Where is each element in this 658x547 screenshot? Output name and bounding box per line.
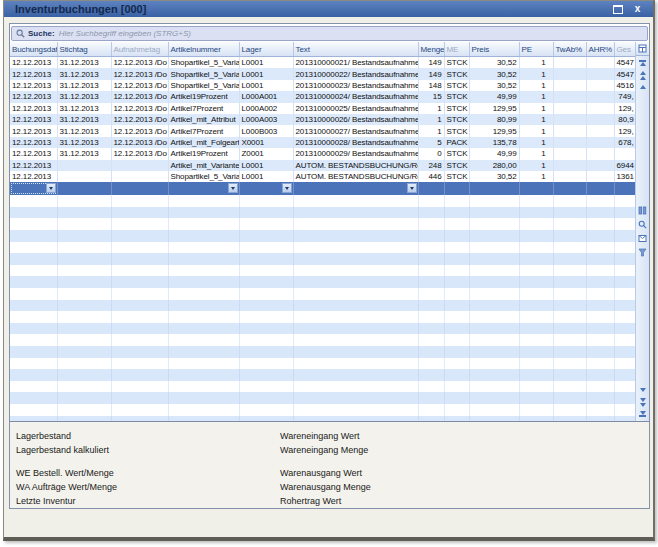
- cell-ahr[interactable]: [586, 171, 614, 182]
- cell-me[interactable]: STCK: [444, 80, 469, 91]
- cell-preis[interactable]: 30,52: [469, 80, 519, 91]
- cell-preis[interactable]: 80,99: [469, 114, 519, 125]
- restore-button[interactable]: [611, 3, 624, 15]
- cell-ges[interactable]: 4547: [614, 57, 635, 69]
- cell-text[interactable]: 201310000028/ Bestandsaufnahme I: [293, 137, 418, 148]
- cell-twab[interactable]: [553, 148, 586, 159]
- cell-menge[interactable]: 1: [418, 114, 444, 125]
- column-header-ahr[interactable]: AHR%: [586, 42, 614, 57]
- cell-lager[interactable]: X0001: [239, 137, 293, 148]
- cell-twab[interactable]: [553, 91, 586, 102]
- cell-ahr[interactable]: [586, 148, 614, 159]
- cell-buchungsdatum[interactable]: 12.12.2013: [10, 114, 57, 125]
- cell-text[interactable]: AUTOM. BESTANDSBUCHUNG/Refere: [293, 171, 418, 182]
- cell-me[interactable]: STCK: [444, 160, 469, 171]
- cell-preis[interactable]: 280,00: [469, 160, 519, 171]
- row-up-button[interactable]: [637, 82, 648, 92]
- cell-preis[interactable]: 129,95: [469, 103, 519, 114]
- filter-cell-preis[interactable]: [469, 182, 519, 195]
- filter-row[interactable]: [10, 182, 635, 195]
- cell-pe[interactable]: 1: [519, 80, 553, 91]
- cell-artikelnummer[interactable]: Artikel19Prozent: [168, 91, 239, 102]
- table-row[interactable]: 12.12.201331.12.201312.12.2013 /DoShopar…: [10, 80, 635, 91]
- column-header-buchungsdatum[interactable]: Buchungsdatum: [10, 42, 57, 57]
- column-header-stichtag[interactable]: Stichtag: [57, 42, 111, 57]
- cell-text[interactable]: 201310000024/ Bestandsaufnahme I: [293, 91, 418, 102]
- cell-aufnahmetag[interactable]: 12.12.2013 /Do: [111, 114, 168, 125]
- filter-dropdown-button[interactable]: [282, 183, 292, 193]
- table-row[interactable]: 12.12.201331.12.201312.12.2013 /DoArtike…: [10, 114, 635, 125]
- cell-me[interactable]: STCK: [444, 114, 469, 125]
- filter-cell-buchungsdatum[interactable]: [10, 182, 57, 195]
- table-row[interactable]: 12.12.2013Artikel_mit_VarianteL0001AUTOM…: [10, 160, 635, 171]
- cell-lager[interactable]: L0001: [239, 160, 293, 171]
- filter-cell-artikelnummer[interactable]: [168, 182, 239, 195]
- cell-stichtag[interactable]: 31.12.2013: [57, 148, 111, 159]
- cell-buchungsdatum[interactable]: 12.12.2013: [10, 148, 57, 159]
- cell-twab[interactable]: [553, 137, 586, 148]
- cell-text[interactable]: AUTOM. BESTANDSBUCHUNG/Refere: [293, 160, 418, 171]
- cell-aufnahmetag[interactable]: 12.12.2013 /Do: [111, 125, 168, 136]
- cell-stichtag[interactable]: 31.12.2013: [57, 68, 111, 79]
- cell-ges[interactable]: 4547: [614, 68, 635, 79]
- cell-me[interactable]: PACK: [444, 137, 469, 148]
- cell-lager[interactable]: L0001: [239, 68, 293, 79]
- cell-aufnahmetag[interactable]: [111, 171, 168, 182]
- cell-buchungsdatum[interactable]: 12.12.2013: [10, 137, 57, 148]
- filter-button[interactable]: [637, 247, 648, 258]
- cell-stichtag[interactable]: 31.12.2013: [57, 57, 111, 69]
- table-row[interactable]: 12.12.201331.12.201312.12.2013 /DoShopar…: [10, 57, 635, 69]
- filter-cell-me[interactable]: [444, 182, 469, 195]
- cell-lager[interactable]: Z0001: [239, 148, 293, 159]
- cell-preis[interactable]: 129,95: [469, 125, 519, 136]
- cell-preis[interactable]: 30,52: [469, 171, 519, 182]
- scroll-to-bottom-button[interactable]: [637, 409, 648, 419]
- table-row[interactable]: 12.12.201331.12.201312.12.2013 /DoShopar…: [10, 68, 635, 79]
- cell-preis[interactable]: 30,52: [469, 57, 519, 69]
- cell-aufnahmetag[interactable]: 12.12.2013 /Do: [111, 57, 168, 69]
- cell-ges[interactable]: 80,9: [614, 114, 635, 125]
- cell-pe[interactable]: 1: [519, 171, 553, 182]
- cell-artikelnummer[interactable]: Artikel_mit_Variante: [168, 160, 239, 171]
- column-header-me[interactable]: ME: [444, 42, 469, 57]
- cell-ahr[interactable]: [586, 80, 614, 91]
- cell-text[interactable]: 201310000022/ Bestandsaufnahme I: [293, 68, 418, 79]
- cell-me[interactable]: STCK: [444, 68, 469, 79]
- cell-text[interactable]: 201310000021/ Bestandsaufnahme I: [293, 57, 418, 69]
- cell-lager[interactable]: L0001: [239, 171, 293, 182]
- cell-ges[interactable]: 678,: [614, 137, 635, 148]
- cell-artikelnummer[interactable]: Shopartikel_5_Varia: [168, 171, 239, 182]
- column-header-artikelnummer[interactable]: Artikelnummer: [168, 42, 239, 57]
- filter-cell-text[interactable]: [293, 182, 418, 195]
- cell-menge[interactable]: 148: [418, 80, 444, 91]
- cell-ges[interactable]: 749,: [614, 91, 635, 102]
- cell-stichtag[interactable]: 31.12.2013: [57, 80, 111, 91]
- column-header-ges[interactable]: Ges: [614, 42, 635, 57]
- cell-twab[interactable]: [553, 114, 586, 125]
- cell-twab[interactable]: [553, 125, 586, 136]
- export-button[interactable]: [637, 233, 648, 244]
- cell-aufnahmetag[interactable]: 12.12.2013 /Do: [111, 80, 168, 91]
- cell-lager[interactable]: L000A002: [239, 103, 293, 114]
- cell-ges[interactable]: 129,: [614, 125, 635, 136]
- cell-artikelnummer[interactable]: Artikel7Prozent: [168, 103, 239, 114]
- cell-ges[interactable]: [614, 148, 635, 159]
- cell-me[interactable]: STCK: [444, 57, 469, 69]
- cell-menge[interactable]: 446: [418, 171, 444, 182]
- cell-stichtag[interactable]: 31.12.2013: [57, 103, 111, 114]
- scroll-to-top-button[interactable]: [637, 58, 648, 68]
- cell-menge[interactable]: 15: [418, 91, 444, 102]
- cell-pe[interactable]: 1: [519, 91, 553, 102]
- filter-dropdown-button[interactable]: [407, 183, 417, 193]
- cell-me[interactable]: STCK: [444, 103, 469, 114]
- cell-buchungsdatum[interactable]: 12.12.2013: [10, 160, 57, 171]
- cell-preis[interactable]: 49,99: [469, 148, 519, 159]
- cell-artikelnummer[interactable]: Shopartikel_5_Varia: [168, 57, 239, 69]
- cell-ges[interactable]: 129,: [614, 103, 635, 114]
- table-row[interactable]: 12.12.201331.12.201312.12.2013 /DoArtike…: [10, 103, 635, 114]
- cell-preis[interactable]: 135,78: [469, 137, 519, 148]
- filter-dropdown-button[interactable]: [228, 183, 238, 193]
- cell-twab[interactable]: [553, 160, 586, 171]
- cell-pe[interactable]: 1: [519, 103, 553, 114]
- cell-ahr[interactable]: [586, 103, 614, 114]
